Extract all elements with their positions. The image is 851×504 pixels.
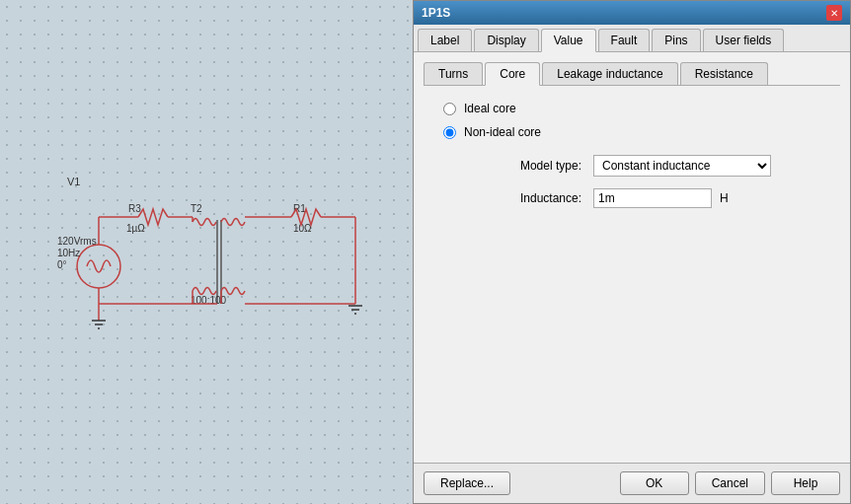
dialog-footer: Replace... OK Cancel Help: [414, 463, 850, 503]
subtab-core[interactable]: Core: [485, 62, 540, 86]
model-type-label: Model type:: [463, 159, 581, 173]
non-ideal-core-radio[interactable]: [443, 126, 456, 139]
svg-point-0: [77, 245, 120, 288]
tab-fault[interactable]: Fault: [598, 29, 651, 51]
ideal-core-label[interactable]: Ideal core: [464, 102, 516, 115]
footer-right: OK Cancel Help: [620, 471, 840, 495]
subtab-leakage[interactable]: Leakage inductance: [542, 62, 677, 85]
dialog-panel: 1P1S ✕ Label Display Value Fault Pins Us…: [413, 0, 851, 504]
svg-text:T2: T2: [191, 203, 202, 214]
non-ideal-core-option[interactable]: Non-ideal core: [443, 125, 840, 139]
tab-value[interactable]: Value: [541, 29, 596, 52]
inductance-row: Inductance: H: [463, 188, 840, 208]
sub-tabs: Turns Core Leakage inductance Resistance: [424, 62, 840, 86]
v1-label: V1: [67, 176, 80, 187]
schematic-panel: V1 120Vrms 10Hz 0° R3 1µΩ T2 100:100: [0, 0, 413, 504]
model-type-row: Model type: Constant inductance Saturabl…: [463, 155, 840, 177]
svg-text:0°: 0°: [57, 259, 67, 270]
ideal-core-radio[interactable]: [443, 103, 456, 115]
top-tabs: Label Display Value Fault Pins User fiel…: [414, 25, 850, 52]
subtab-resistance[interactable]: Resistance: [680, 62, 768, 85]
core-radio-group: Ideal core Non-ideal core: [443, 102, 840, 139]
dialog-title: 1P1S: [422, 6, 450, 20]
model-type-select[interactable]: Constant inductance Saturable: [593, 155, 771, 177]
svg-text:1µΩ: 1µΩ: [126, 223, 145, 234]
svg-text:120Vrms: 120Vrms: [57, 236, 97, 247]
circuit-diagram: V1 120Vrms 10Hz 0° R3 1µΩ T2 100:100: [0, 0, 413, 504]
tab-pins[interactable]: Pins: [652, 29, 700, 51]
core-form-fields: Model type: Constant inductance Saturabl…: [463, 155, 840, 208]
ideal-core-option[interactable]: Ideal core: [443, 102, 840, 115]
subtab-turns[interactable]: Turns: [424, 62, 483, 85]
footer-left: Replace...: [424, 471, 510, 495]
tab-display[interactable]: Display: [474, 29, 538, 51]
svg-text:10Hz: 10Hz: [57, 248, 80, 258]
inductance-input[interactable]: [593, 188, 712, 208]
dialog-content: Turns Core Leakage inductance Resistance…: [414, 52, 850, 463]
help-button[interactable]: Help: [771, 471, 840, 495]
tab-label[interactable]: Label: [418, 29, 472, 51]
tab-user-fields[interactable]: User fields: [703, 29, 785, 51]
cancel-button[interactable]: Cancel: [695, 471, 765, 495]
inductance-unit: H: [720, 191, 729, 205]
svg-text:R3: R3: [128, 203, 141, 214]
svg-text:10Ω: 10Ω: [293, 223, 312, 234]
close-button[interactable]: ✕: [826, 5, 842, 21]
non-ideal-core-label[interactable]: Non-ideal core: [464, 125, 541, 139]
replace-button[interactable]: Replace...: [424, 471, 510, 495]
ok-button[interactable]: OK: [620, 471, 689, 495]
inductance-label: Inductance:: [463, 191, 581, 205]
dialog-titlebar: 1P1S ✕: [414, 1, 850, 25]
